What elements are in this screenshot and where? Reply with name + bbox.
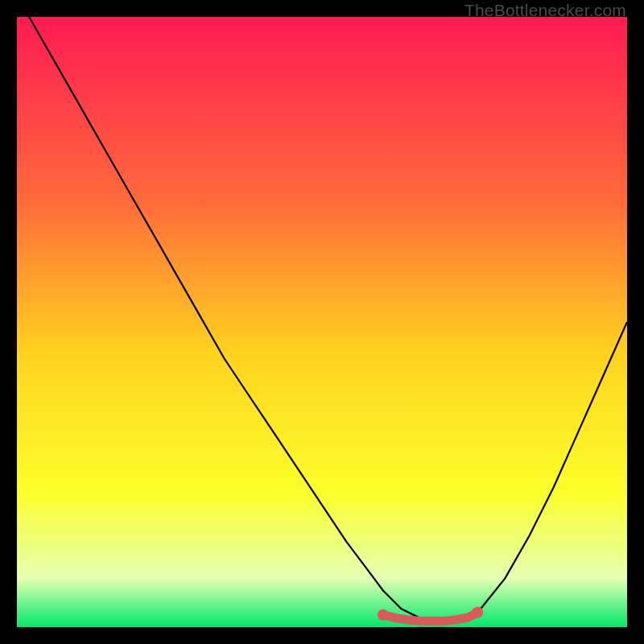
chart-frame	[17, 17, 627, 627]
optimal-region-endpoint	[472, 607, 483, 618]
gradient-background	[17, 17, 627, 627]
optimal-region-endpoint	[378, 609, 389, 621]
bottleneck-chart	[17, 17, 627, 627]
watermark-text: TheBottlenecker.com	[464, 1, 626, 20]
